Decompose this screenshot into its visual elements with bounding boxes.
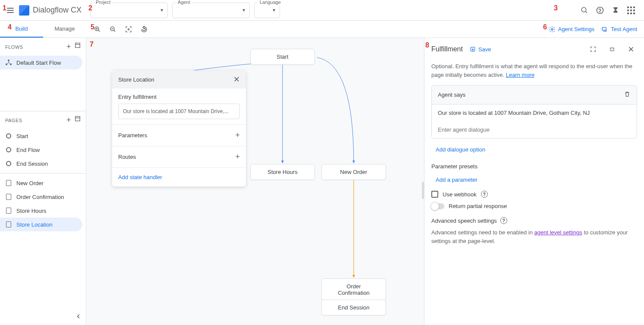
use-webhook-checkbox[interactable]: [431, 191, 438, 198]
logo-icon: [19, 5, 29, 16]
dropdown-icon: ▼: [242, 8, 246, 13]
sidebar-page-end-flow[interactable]: End Flow: [0, 143, 82, 157]
sidebar-page-store-location[interactable]: Store Location: [0, 218, 82, 231]
add-route-icon[interactable]: +: [235, 152, 240, 161]
add-flow-icon[interactable]: +: [66, 42, 71, 51]
annotation-3: 3: [554, 4, 558, 12]
apps-icon[interactable]: [623, 3, 639, 18]
node-end-session[interactable]: End Session: [321, 300, 386, 316]
return-partial-toggle[interactable]: [431, 203, 444, 209]
expand-icon[interactable]: [587, 43, 599, 55]
sidebar-page-end-session[interactable]: End Session: [0, 157, 82, 170]
entry-fulfillment-label: Entry fulfillment: [118, 94, 240, 100]
agent-selector[interactable]: Agent ▼: [172, 3, 250, 18]
flow-canvas[interactable]: 7 Start Store Hours New Order Order Conf…: [86, 38, 424, 325]
add-parameter-link[interactable]: Add a parameter: [431, 174, 482, 186]
agent-says-label: Agent says: [438, 92, 465, 98]
save-button[interactable]: Save: [470, 46, 491, 53]
flows-menu-icon[interactable]: [75, 42, 81, 51]
panel-title: Fulfillment: [431, 45, 463, 53]
entry-fulfillment-preview[interactable]: Our store is located at 1007 Mountain Dr…: [118, 104, 240, 119]
sidebar-page-new-order[interactable]: New Order: [0, 176, 82, 190]
svg-line-1: [585, 11, 587, 13]
menu-icon[interactable]: [5, 5, 16, 16]
add-page-icon[interactable]: +: [66, 116, 71, 125]
annotation-2: 2: [88, 4, 92, 12]
product-logo: Dialogflow CX: [19, 5, 82, 16]
annotation-7: 7: [90, 41, 94, 48]
sidebar-page-order-confirmation[interactable]: Order Confirmation: [0, 190, 82, 204]
svg-rect-14: [75, 43, 80, 48]
hourglass-icon[interactable]: [608, 3, 623, 18]
panel-description: Optional. Entry fulfillment is what the …: [431, 62, 637, 79]
agent-level-settings-link[interactable]: agent level settings: [534, 229, 582, 236]
test-agent-button[interactable]: Test Agent: [601, 26, 637, 33]
pages-menu-icon[interactable]: [75, 116, 81, 125]
annotation-1: 1: [3, 4, 6, 12]
svg-rect-13: [602, 27, 606, 30]
resize-handle[interactable]: [422, 182, 424, 199]
project-selector[interactable]: Project ▼: [90, 3, 168, 18]
language-selector[interactable]: Language ▼: [254, 3, 280, 18]
dropdown-icon: ▼: [272, 8, 276, 13]
node-new-order[interactable]: New Order: [321, 164, 386, 180]
node-store-hours[interactable]: Store Hours: [250, 164, 315, 180]
annotation-6: 6: [543, 23, 547, 31]
zoom-out-icon[interactable]: [106, 22, 120, 36]
return-partial-label: Return partial response: [449, 203, 507, 209]
tab-manage[interactable]: Manage: [43, 21, 86, 38]
svg-rect-19: [75, 117, 80, 121]
agent-dialogue-input[interactable]: [432, 121, 637, 138]
sidebar-page-start[interactable]: Start: [0, 129, 82, 143]
svg-point-11: [128, 28, 129, 30]
svg-point-0: [581, 7, 586, 12]
sidebar-flow-default[interactable]: Default Start Flow: [0, 56, 82, 69]
search-icon[interactable]: [577, 3, 592, 18]
sidebar-page-store-hours[interactable]: Store Hours: [0, 204, 82, 218]
svg-point-16: [8, 60, 9, 61]
annotation-5: 5: [91, 23, 94, 31]
add-dialogue-link[interactable]: Add dialogue option: [431, 144, 490, 155]
flows-label: FLOWS: [5, 44, 23, 50]
add-state-handler-link[interactable]: Add state handler: [112, 168, 246, 186]
reset-icon[interactable]: [137, 22, 151, 36]
close-panel-icon[interactable]: [625, 43, 637, 55]
annotation-4: 4: [8, 23, 12, 31]
collapse-icon[interactable]: [606, 43, 618, 55]
dropdown-icon: ▼: [160, 8, 164, 13]
delete-icon[interactable]: [624, 91, 631, 99]
parameter-presets-label: Parameter presets: [431, 163, 637, 170]
help-icon[interactable]: ?: [481, 191, 488, 198]
node-order-confirmation[interactable]: Order Confirmation: [321, 278, 386, 301]
svg-point-3: [600, 12, 600, 12]
advanced-speech-label: Advanced speech settings: [431, 218, 497, 224]
svg-line-9: [114, 30, 115, 31]
node-start[interactable]: Start: [250, 49, 315, 65]
agent-dialogue-text[interactable]: Our store is located at 1007 Mountain Dr…: [432, 104, 637, 121]
svg-point-12: [551, 28, 553, 30]
agent-settings-button[interactable]: Agent Settings: [549, 26, 595, 33]
sidebar: FLOWS + Default Start Flow PAGES +: [0, 38, 86, 325]
pages-label: PAGES: [5, 118, 22, 123]
help-icon[interactable]: ?: [500, 217, 507, 224]
collapse-sidebar-icon[interactable]: [0, 309, 86, 325]
annotation-8: 8: [425, 41, 429, 49]
tab-build[interactable]: Build: [0, 21, 43, 38]
svg-line-5: [98, 30, 100, 31]
parameters-row[interactable]: Parameters +: [112, 125, 246, 146]
use-webhook-label: Use webhook: [443, 191, 477, 198]
close-icon[interactable]: ✕: [233, 75, 240, 84]
page-detail-card: Store Location ✕ Entry fulfillment Our s…: [112, 70, 246, 186]
flow-icon: [5, 59, 12, 66]
learn-more-link[interactable]: Learn more: [506, 72, 534, 78]
fit-icon[interactable]: [122, 22, 135, 36]
advanced-speech-text: Advanced settings need to be enabled in …: [431, 228, 637, 245]
card-title: Store Location: [118, 76, 154, 83]
product-name: Dialogflow CX: [33, 6, 82, 15]
fulfillment-panel: 8 Fulfillment Save Optional. Entry fulfi…: [424, 38, 644, 325]
routes-row[interactable]: Routes +: [112, 146, 246, 168]
help-icon[interactable]: [592, 3, 608, 18]
add-parameter-icon[interactable]: +: [235, 131, 240, 140]
